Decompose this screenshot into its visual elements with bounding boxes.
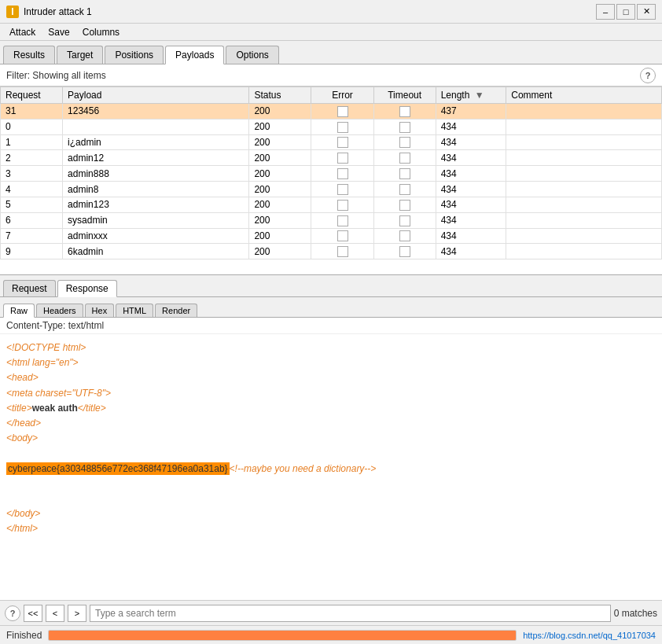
timeout-checkbox[interactable]	[399, 137, 410, 148]
cell-length: 434	[436, 182, 506, 197]
error-checkbox[interactable]	[337, 137, 348, 148]
tab-positions[interactable]: Positions	[105, 46, 164, 64]
cell-error	[311, 119, 373, 134]
minimize-button[interactable]: –	[596, 4, 615, 20]
search-help-button[interactable]: ?	[5, 605, 20, 621]
cell-payload: admin123	[63, 197, 249, 212]
cell-status: 200	[249, 212, 311, 228]
timeout-checkbox[interactable]	[399, 184, 410, 195]
menu-save[interactable]: Save	[42, 25, 75, 39]
table-row[interactable]: 4 admin8 200 434	[1, 182, 662, 197]
table-row[interactable]: 6 sysadmin 200 434	[1, 212, 662, 228]
app-icon: I	[6, 6, 19, 18]
filter-text: Filter: Showing all items	[6, 70, 106, 81]
cell-payload: admin888	[63, 166, 249, 182]
innertab-raw[interactable]: Raw	[3, 304, 35, 318]
timeout-checkbox[interactable]	[399, 122, 410, 133]
tab-options[interactable]: Options	[226, 46, 278, 64]
error-checkbox[interactable]	[337, 200, 348, 211]
cell-payload: admin12	[63, 150, 249, 166]
innertab-headers[interactable]: Headers	[36, 304, 83, 317]
tab-results[interactable]: Results	[3, 46, 55, 64]
cell-length: 434	[436, 212, 506, 228]
nav-first-button[interactable]: <<	[24, 605, 42, 622]
cell-comment	[506, 166, 662, 182]
table-row[interactable]: 31 123456 200 437	[1, 104, 662, 120]
subtab-request[interactable]: Request	[3, 280, 56, 296]
innertab-html[interactable]: HTML	[116, 304, 153, 317]
error-checkbox[interactable]	[337, 215, 348, 226]
col-header-request[interactable]: Request	[1, 87, 63, 104]
error-checkbox[interactable]	[337, 184, 348, 195]
nav-next-button[interactable]: >	[68, 605, 86, 622]
cell-payload: i¿admin	[63, 134, 249, 150]
response-content[interactable]: <!DOCTYPE html><html lang="en"><head> <m…	[0, 334, 662, 600]
cell-comment	[506, 104, 662, 120]
col-header-comment[interactable]: Comment	[506, 87, 662, 104]
cell-comment	[506, 150, 662, 166]
close-button[interactable]: ✕	[637, 4, 656, 20]
content-type-bar: Content-Type: text/html	[0, 318, 662, 334]
col-header-timeout[interactable]: Timeout	[373, 87, 436, 104]
search-input[interactable]	[90, 605, 611, 622]
cell-length: 434	[436, 150, 506, 166]
cell-request: 5	[1, 197, 63, 212]
cell-timeout	[373, 134, 436, 150]
cell-status: 200	[249, 197, 311, 212]
response-line	[6, 491, 656, 506]
timeout-checkbox[interactable]	[399, 215, 410, 226]
col-header-length[interactable]: Length ▼	[436, 87, 506, 104]
timeout-checkbox[interactable]	[399, 230, 410, 241]
col-header-error[interactable]: Error	[311, 87, 373, 104]
cell-status: 200	[249, 104, 311, 120]
cell-error	[311, 212, 373, 228]
cell-request: 3	[1, 166, 63, 182]
menu-attack[interactable]: Attack	[3, 25, 42, 39]
menubar: Attack Save Columns	[0, 24, 662, 41]
innertabbar: Raw Headers Hex HTML Render	[0, 297, 662, 318]
table-row[interactable]: 0 200 434	[1, 119, 662, 134]
app-icon-text: I	[11, 6, 13, 17]
bottom-panel: Request Response Raw Headers Hex HTML Re…	[0, 275, 662, 600]
error-checkbox[interactable]	[337, 122, 348, 133]
timeout-checkbox[interactable]	[399, 168, 410, 179]
col-header-status[interactable]: Status	[249, 87, 311, 104]
timeout-checkbox[interactable]	[399, 106, 410, 117]
error-checkbox[interactable]	[337, 153, 348, 164]
error-checkbox[interactable]	[337, 106, 348, 117]
error-checkbox[interactable]	[337, 246, 348, 257]
timeout-checkbox[interactable]	[399, 153, 410, 164]
cell-comment	[506, 244, 662, 259]
timeout-checkbox[interactable]	[399, 200, 410, 211]
nav-prev-button[interactable]: <	[46, 605, 64, 622]
table-row[interactable]: 2 admin12 200 434	[1, 150, 662, 166]
help-button[interactable]: ?	[640, 68, 656, 83]
table-row[interactable]: 1 i¿admin 200 434	[1, 134, 662, 150]
cell-length: 434	[436, 228, 506, 244]
table-row[interactable]: 3 admin888 200 434	[1, 166, 662, 182]
content-type-text: Content-Type: text/html	[6, 320, 104, 331]
results-table-container[interactable]: Request Payload Status Error Timeout Len…	[0, 86, 662, 275]
cell-payload: admin8	[63, 182, 249, 197]
innertab-hex[interactable]: Hex	[85, 304, 115, 317]
subtab-response[interactable]: Response	[57, 280, 117, 297]
table-row[interactable]: 5 admin123 200 434	[1, 197, 662, 212]
table-row[interactable]: 9 6kadmin 200 434	[1, 244, 662, 259]
cell-timeout	[373, 197, 436, 212]
error-checkbox[interactable]	[337, 168, 348, 179]
menu-columns[interactable]: Columns	[76, 25, 126, 39]
table-header-row: Request Payload Status Error Timeout Len…	[1, 87, 662, 104]
tab-target[interactable]: Target	[57, 46, 103, 64]
timeout-checkbox[interactable]	[399, 246, 410, 257]
progress-bar-fill	[49, 631, 516, 640]
table-row[interactable]: 7 adminxxx 200 434	[1, 228, 662, 244]
response-line: </head>	[6, 416, 656, 431]
response-line	[6, 446, 656, 461]
col-header-payload[interactable]: Payload	[63, 87, 249, 104]
cell-status: 200	[249, 134, 311, 150]
maximize-button[interactable]: □	[616, 4, 635, 20]
tab-payloads[interactable]: Payloads	[165, 46, 224, 64]
error-checkbox[interactable]	[337, 230, 348, 241]
cell-request: 6	[1, 212, 63, 228]
innertab-render[interactable]: Render	[155, 304, 197, 317]
